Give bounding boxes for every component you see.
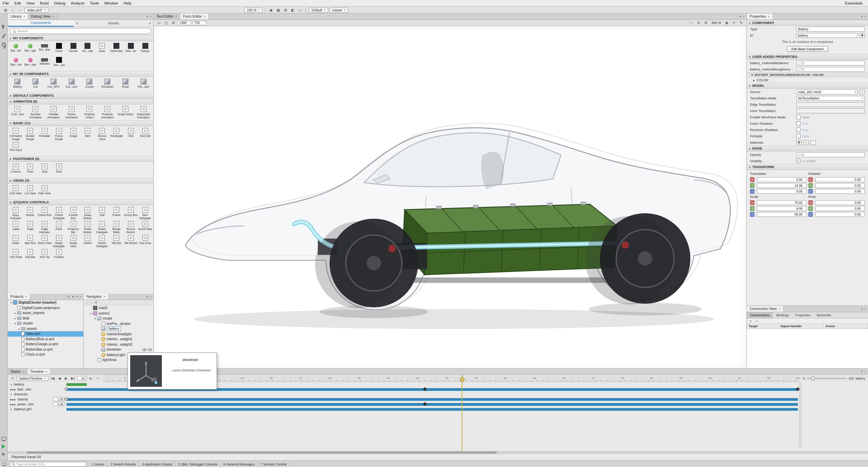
component-swipe-delegate[interactable]: Swipe Delegate xyxy=(52,234,66,248)
keyframe-nav-icons[interactable]: ◀◆▶ xyxy=(9,403,17,405)
close-icon[interactable]: × xyxy=(45,370,47,373)
play-icon[interactable]: ▶ xyxy=(63,375,69,381)
panel-close-icon[interactable]: × xyxy=(864,370,866,373)
cv-tab-properties[interactable]: Properties xyxy=(792,312,813,318)
panel-close-icon[interactable]: × xyxy=(864,15,866,18)
to-end-icon[interactable]: ▶| xyxy=(70,375,76,381)
eye-icon[interactable] xyxy=(143,348,147,351)
forward-icon[interactable]: › xyxy=(17,7,23,13)
component-colo-tion[interactable]: Colo...tion xyxy=(8,105,27,119)
component-text-edit[interactable]: Text Edit xyxy=(138,127,152,141)
component-page-indicator[interactable]: Page Indicator xyxy=(37,220,52,234)
current-file-selector[interactable]: Adas.qml* ▾ xyxy=(24,7,49,12)
overlay-icon[interactable]: ◫ xyxy=(163,20,169,26)
component-label[interactable]: Label xyxy=(8,220,23,234)
menu-file[interactable]: File xyxy=(0,1,11,5)
projects-item-batteryblob-ui-qml[interactable]: BatteryBlob.ui.qml xyxy=(8,336,83,342)
component-drivetrain[interactable]: Drivetrain xyxy=(98,78,117,92)
scale-x-field[interactable]: 70.00 xyxy=(757,200,807,205)
component-tem-ure[interactable]: Tem...ure xyxy=(52,56,66,70)
menu-view[interactable]: View xyxy=(24,1,37,5)
debug-run-icon[interactable] xyxy=(2,452,5,456)
cv-tab-bindings[interactable]: Bindings xyxy=(773,312,792,318)
menu-help[interactable]: Help xyxy=(121,1,134,5)
component-text-area[interactable]: Text Area xyxy=(138,234,152,248)
projects-tab-projects[interactable]: Projects× xyxy=(8,294,30,300)
filter-icon[interactable]: ▼ xyxy=(72,295,74,298)
projects-item-adas-qml[interactable]: Adas.qml xyxy=(8,331,83,336)
component-animated-image[interactable]: Animated Image xyxy=(8,127,23,141)
component-odo-ler[interactable]: Odo...ler xyxy=(124,42,138,56)
component-check-delegate[interactable]: Check Delegate xyxy=(52,206,66,220)
rotation-y-field[interactable]: 0.00 xyxy=(815,183,865,188)
add-module-button[interactable]: + xyxy=(74,20,81,27)
track-value-field[interactable]: 0.46 xyxy=(53,402,65,406)
component-grid-view[interactable]: Grid View xyxy=(8,185,23,198)
track-value-field[interactable]: 1.00 xyxy=(53,397,65,401)
output-pane-1-issues[interactable]: 1 Issues xyxy=(89,462,107,467)
component-property-animation[interactable]: Property Animation xyxy=(98,105,117,119)
add-connection-button[interactable]: + xyxy=(749,319,752,323)
component-round-button[interactable]: Round Button xyxy=(124,220,138,234)
output-pane-7-version-control[interactable]: 7 Version Control xyxy=(258,462,290,467)
component-tool-tip[interactable]: Tool Tip xyxy=(37,248,52,262)
navigator-tab-navigator[interactable]: Navigator× xyxy=(84,294,109,300)
timeline-selector[interactable]: batteryTimeline ▾ xyxy=(17,376,49,381)
output-panes-icon[interactable] xyxy=(2,463,6,466)
locator-input[interactable]: Type to locate (Ctrl... xyxy=(9,462,86,467)
editor-tab-text-editor[interactable]: Text Editor× xyxy=(154,13,180,20)
record-icon[interactable]: ● xyxy=(88,375,94,381)
projects-item-cluster[interactable]: ▾cluster xyxy=(8,321,83,326)
pointer-icon[interactable] xyxy=(2,24,6,30)
track-bar-area[interactable] xyxy=(66,402,798,407)
guides-icon[interactable]: ⊞ xyxy=(283,7,288,13)
enable-wireframe-mode-checkbox[interactable] xyxy=(796,115,801,119)
component-tumbler[interactable]: Tumbler xyxy=(52,248,66,262)
expand-icon[interactable]: ▾ xyxy=(13,322,17,325)
component-coupe[interactable]: Coupe xyxy=(81,78,98,92)
component-busy-indicator[interactable]: Busy Indicator xyxy=(8,206,23,220)
navigator-item-interior-ealight2[interactable]: interior...ealight2 xyxy=(84,342,153,347)
prop-section-node[interactable]: ▾NODE xyxy=(747,145,868,152)
panel-close-icon[interactable]: × xyxy=(864,307,866,310)
panel-close-icon[interactable]: × xyxy=(743,15,745,18)
move-down-icon[interactable]: ↓ xyxy=(86,301,88,304)
connections-table-body[interactable] xyxy=(747,329,868,368)
battery-materialroughness-field[interactable]: 1.00 xyxy=(796,67,865,72)
timeline-bar[interactable] xyxy=(66,408,798,410)
component-range[interactable]: Range xyxy=(138,42,152,56)
component-slider[interactable]: Slider xyxy=(8,234,23,248)
material-swatch[interactable] xyxy=(811,140,816,145)
menu-edit[interactable]: Edit xyxy=(11,1,24,5)
component-cluster[interactable]: Cluster xyxy=(66,42,81,56)
component-spe-lob[interactable]: Spe...lob xyxy=(8,56,23,70)
expand-icon[interactable]: ▸ xyxy=(13,317,17,320)
component-bat-lob[interactable]: Bat...lob xyxy=(8,42,23,56)
component-combo-box[interactable]: Combo Box xyxy=(66,206,81,220)
expand-icon[interactable]: ▸ xyxy=(17,327,21,330)
component-column[interactable]: Column xyxy=(8,163,23,177)
id-action-icon[interactable]: ◉ xyxy=(860,33,865,38)
panel-close-icon[interactable]: × xyxy=(80,295,81,298)
component-check-box[interactable]: Check Box xyxy=(37,206,52,220)
menu-build[interactable]: Build xyxy=(37,1,51,5)
section-header-default-components[interactable]: ▾DEFAULT COMPONENTS xyxy=(8,93,153,99)
section-header-basic-11[interactable]: ▾BASIC (11) xyxy=(8,120,153,126)
section-header-views-3[interactable]: ▾VIEWS (3) xyxy=(8,177,153,184)
section-header-positioner-4[interactable]: ▾POSITIONER (4) xyxy=(8,156,153,162)
reset-view-icon[interactable]: ↻ xyxy=(738,20,744,26)
rotation-x-field[interactable]: 0.00 xyxy=(815,177,865,182)
expand-icon[interactable]: ▸ xyxy=(13,311,17,315)
to-start-icon[interactable]: |◀ xyxy=(50,375,56,381)
prop-section-component[interactable]: ▾COMPONENT xyxy=(747,20,868,26)
edit-base-component-button[interactable]: Edit Base Component xyxy=(786,46,829,52)
translation-y-field[interactable]: 14.96 xyxy=(757,183,807,188)
projects-item-digitalcluster-qmlproject[interactable]: DigitalCluster.qmlproject xyxy=(8,305,83,310)
prop-subitem-color[interactable]: ▸COLOR xyxy=(747,77,868,83)
track-header-drivetrain[interactable]: ▾drivetrain xyxy=(8,392,66,396)
menu-debug[interactable]: Debug xyxy=(51,1,68,5)
cv-tab-backends[interactable]: Backends xyxy=(813,312,834,318)
translation-z-field[interactable]: 0.00 xyxy=(757,189,807,194)
component-range-slider[interactable]: Range Slider xyxy=(109,220,124,234)
component-item[interactable]: Item xyxy=(81,127,95,141)
